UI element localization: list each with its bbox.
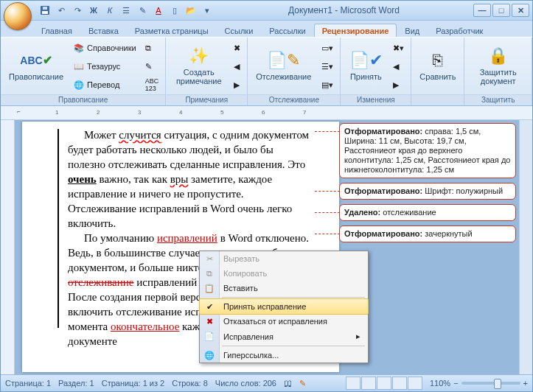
translate-button[interactable]: 🌐Перевод [70, 76, 140, 94]
view-print[interactable] [346, 377, 360, 390]
bold-insertion[interactable]: очень [68, 173, 97, 185]
next-comment-button[interactable]: ▶ [230, 76, 244, 94]
bold-icon[interactable]: Ж [86, 3, 101, 18]
ctx-accept-change[interactable]: ✔Принять исправление [199, 298, 369, 315]
ctx-hyperlink[interactable]: 🌐Гиперссылка... [200, 348, 368, 363]
track-changes-button[interactable]: 📄✎ Отслеживание [251, 39, 316, 91]
track-icon: 📄 [203, 332, 216, 341]
group-proofing-label: Правописание [1, 94, 165, 105]
tracked-insertion[interactable]: исправлений [157, 232, 217, 244]
reject-button[interactable]: ✖▾ [389, 39, 408, 57]
track-icon: 📄✎ [272, 49, 296, 72]
status-page[interactable]: Страница: 1 [5, 379, 51, 388]
spellcheck-button[interactable]: ABC✔ Правописание [4, 39, 69, 91]
balloon-format[interactable]: Отформатировано: справа: 1,5 см, Ширина:… [339, 123, 516, 178]
qat-more-icon[interactable]: ▾ [200, 3, 215, 18]
copy-icon: ⧉ [203, 269, 216, 279]
bullets-icon[interactable]: ☰ [119, 3, 133, 18]
zoom-slider[interactable] [461, 382, 520, 385]
tab-home[interactable]: Главная [33, 24, 80, 37]
proof1-button[interactable]: ⧉ [142, 39, 163, 57]
ctx-changes[interactable]: 📄Исправления▸ [200, 329, 368, 344]
tab-references[interactable]: Ссылки [217, 24, 262, 37]
thesaurus-button[interactable]: 📖Тезаурус [70, 57, 140, 75]
zoom-out-button[interactable]: − [453, 379, 458, 388]
group-comments-label: Примечания [166, 94, 247, 105]
fontcolor-icon[interactable]: A [151, 3, 166, 18]
globe-icon: 🌐 [74, 80, 84, 90]
tab-review[interactable]: Рецензирование [314, 24, 397, 37]
view-web[interactable] [377, 377, 391, 390]
status-bar: Страница: 1 Раздел: 1 Страница: 1 из 2 С… [1, 374, 532, 391]
vertical-scrollbar[interactable] [519, 120, 532, 374]
books-icon: 📚 [74, 43, 84, 53]
revision-balloons: Отформатировано: справа: 1,5 см, Ширина:… [339, 123, 516, 242]
status-line[interactable]: Строка: 8 [172, 379, 208, 388]
change-bar [58, 129, 59, 328]
status-words[interactable]: Число слов: 206 [215, 379, 276, 388]
reviewpane-button[interactable]: ▤▾ [318, 76, 337, 94]
display-button[interactable]: ▭▾ [318, 39, 337, 57]
office-button[interactable] [4, 2, 32, 30]
view-buttons [346, 377, 422, 390]
maximize-button[interactable]: □ [492, 4, 510, 17]
proof2-button[interactable]: ✎ [142, 57, 163, 75]
prev-change-button[interactable]: ◀ [389, 57, 408, 75]
research-button[interactable]: 📚Справочники [70, 39, 140, 57]
tab-insert[interactable]: Вставка [80, 24, 127, 37]
new-comment-button[interactable]: ✨ Создать примечание [169, 39, 229, 91]
close-button[interactable]: ✕ [512, 4, 529, 17]
spelling-error[interactable]: случится [119, 129, 161, 141]
ctx-paste[interactable]: 📋Вставить [200, 281, 368, 295]
zoom-value[interactable]: 110% [430, 379, 450, 388]
next-change-button[interactable]: ▶ [389, 76, 408, 94]
open-icon[interactable]: 📂 [184, 3, 198, 18]
view-draft[interactable] [408, 377, 422, 390]
paste-icon: 📋 [203, 284, 216, 293]
save-icon[interactable] [38, 3, 52, 18]
horizontal-ruler[interactable]: ⌐ 1 2 3 4 5 6 7 [1, 106, 532, 120]
balloon-format-strike[interactable]: Отформатировано: зачеркнутый [339, 225, 516, 242]
accept-button[interactable]: 📄✔ Принять [344, 39, 388, 91]
comment-new-icon: ✨ [187, 44, 211, 68]
italic-icon[interactable]: К [102, 3, 117, 18]
redo-icon[interactable]: ↷ [70, 3, 85, 18]
prev-comment-button[interactable]: ◀ [230, 57, 244, 75]
compare-button[interactable]: ⎘ Сравнить [414, 39, 461, 91]
balloon-deleted[interactable]: Удалено: отслеживание [339, 204, 516, 221]
view-outline[interactable] [392, 377, 407, 390]
ctx-copy[interactable]: ⧉Копировать [200, 266, 368, 281]
vertical-ruler[interactable] [1, 120, 15, 374]
language-icon[interactable]: 🕮 [284, 379, 292, 388]
tracked-insertion[interactable]: окончательное [111, 321, 179, 332]
abc-check-icon: ABC✔ [24, 49, 48, 72]
track-status-icon[interactable]: ✎ [299, 379, 306, 388]
zoom-in-button[interactable]: + [523, 379, 528, 388]
tab-developer[interactable]: Разработчик [428, 24, 491, 37]
ctx-reject-change[interactable]: ✖Отказаться от исправления [200, 314, 368, 329]
new-icon[interactable]: ▯ [167, 3, 182, 18]
ribbon-tabs: Главная Вставка Разметка страницы Ссылки… [1, 21, 532, 37]
balloon-format-bold[interactable]: Отформатировано: Шрифт: полужирный [339, 183, 516, 200]
status-pages[interactable]: Страница: 1 из 2 [102, 379, 165, 388]
svg-rect-1 [42, 11, 48, 14]
delete-comment-button[interactable]: ✖ [230, 39, 244, 57]
tracked-deletion[interactable]: отслеживание [68, 276, 134, 288]
book-open-icon: 📖 [74, 62, 84, 71]
undo-icon[interactable]: ↶ [54, 3, 69, 18]
quick-access-toolbar: ↶ ↷ Ж К ☰ ✎ A ▯ 📂 ▾ [38, 3, 215, 18]
window-title: Документ1 - Microsoft Word [215, 5, 473, 15]
ctx-cut[interactable]: ✂Вырезать [200, 251, 368, 266]
protect-button[interactable]: 🔒 Защитить документ [467, 39, 529, 91]
status-section[interactable]: Раздел: 1 [58, 379, 94, 388]
highlight-icon[interactable]: ✎ [135, 3, 150, 18]
view-fullscreen[interactable] [361, 377, 376, 390]
markup-button[interactable]: ☰▾ [318, 57, 337, 75]
tab-view[interactable]: Вид [397, 24, 428, 37]
wordcount-button[interactable]: ABC123 [142, 76, 163, 94]
minimize-button[interactable]: — [473, 4, 491, 17]
tab-mailings[interactable]: Рассылки [261, 24, 313, 37]
svg-rect-2 [43, 7, 47, 10]
spelling-error[interactable]: вры [170, 173, 189, 185]
tab-layout[interactable]: Разметка страницы [127, 24, 217, 37]
